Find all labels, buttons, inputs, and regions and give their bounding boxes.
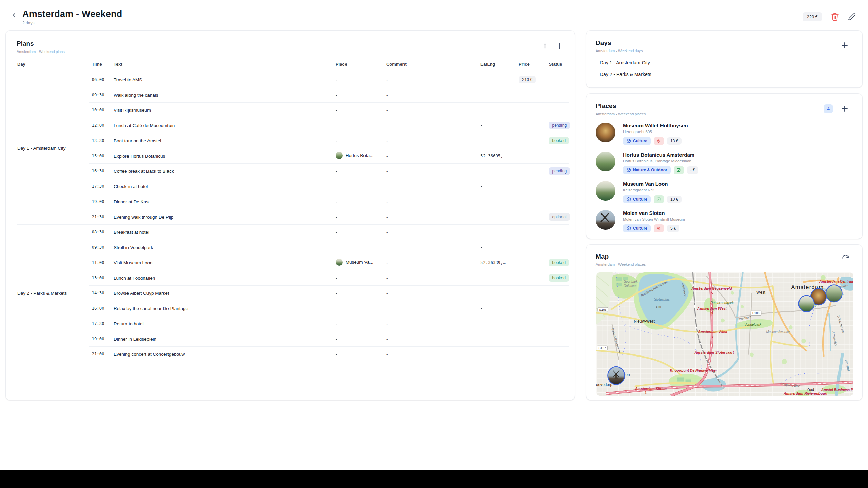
plan-row[interactable]: 16:00Relax by the canal near De Plantage… [17, 301, 569, 316]
visited-check-badge[interactable] [654, 195, 664, 203]
day-item-2[interactable]: Day 2 - Parks & Markets [596, 68, 853, 80]
plan-text: Lunch at Foodhallen [111, 270, 333, 286]
plan-status [546, 225, 569, 240]
category-badge[interactable]: Culture [623, 195, 651, 203]
plan-row[interactable]: 16:30Coffee break at Back to Black---pen… [17, 164, 569, 179]
place-item[interactable]: Hortus Botanicus AmsterdamHortus Botanic… [596, 152, 853, 174]
plan-row[interactable]: 21:00Evening concert at Concertgebouw--- [17, 347, 569, 362]
plans-table: Day Time Text Place Comment LatLng Price… [17, 62, 569, 362]
category-badge[interactable]: Culture [623, 137, 651, 145]
refresh-map-button[interactable] [842, 255, 849, 262]
plans-subtitle: Amsterdam - Weekend plans [17, 49, 65, 54]
plan-comment: - [383, 301, 478, 316]
plan-row[interactable]: 15:00Explore Hortus BotanicusHortus Bota… [17, 148, 569, 164]
col-price: Price [516, 62, 546, 72]
location-pin-icon [656, 226, 661, 231]
category-badge[interactable]: Nature & Outdoor [623, 166, 671, 174]
day-group-label: Day 1 - Amsterdam City [17, 72, 89, 225]
map-label: Rembrandtpark [710, 301, 734, 305]
category-cube-icon [626, 168, 631, 172]
plan-text: Browse Albert Cuyp Market [111, 286, 333, 301]
plan-latlng: - [478, 103, 516, 118]
page-title: Amsterdam - Weekend [22, 9, 122, 19]
visited-check-badge[interactable] [674, 166, 684, 174]
place-body: Museum Willet-HolthuysenHerengracht 605C… [623, 123, 688, 145]
plan-row[interactable]: Day 2 - Parks & Markets08:30Breakfast at… [17, 225, 569, 240]
plans-title: Plans [17, 40, 65, 47]
plan-text: Breakfast at hotel [111, 225, 333, 240]
plans-panel: Plans Amsterdam - Weekend plans [5, 30, 575, 400]
location-pin-badge[interactable] [654, 137, 664, 145]
category-badge[interactable]: Culture [623, 224, 651, 232]
plan-row[interactable]: 21:30Evening walk through De Pijp---opti… [17, 209, 569, 225]
plus-icon [841, 41, 849, 49]
plan-row[interactable]: 09:30Stroll in Vondelpark--- [17, 240, 569, 255]
place-price-badge: 13 € [667, 137, 682, 145]
plan-row[interactable]: Day 1 - Amsterdam City06:00Travel to AMS… [17, 72, 569, 87]
category-cube-icon [626, 139, 631, 143]
plan-row[interactable]: 13:00Lunch at Foodhallen---booked [17, 270, 569, 286]
plan-row[interactable]: 13:30Boat tour on the Amstel---booked [17, 133, 569, 148]
plan-latlng: - [478, 225, 516, 240]
map-label: 5 m [656, 305, 661, 308]
plan-status [546, 194, 569, 209]
plan-time: 13:00 [89, 270, 111, 286]
plan-row[interactable]: 14:30Browse Albert Cuyp Market--- [17, 286, 569, 301]
plan-latlng: - [478, 270, 516, 286]
plan-place: - [333, 331, 383, 347]
back-button[interactable] [10, 12, 18, 19]
place-item[interactable]: Museum Van LoonKeizersgracht 672Culture1… [596, 181, 853, 203]
plan-status [546, 316, 569, 331]
place-title: Hortus Botanicus Amsterdam [623, 152, 698, 158]
road-shield: S106 [598, 307, 608, 312]
plan-latlng: - [478, 209, 516, 225]
map-label: Ookmeer [624, 284, 637, 288]
plan-place: Hortus Bota... [333, 148, 383, 164]
map-label: 5 [711, 291, 713, 295]
map-label: Amsterdam-Sloten [635, 387, 667, 391]
add-plan-button[interactable] [556, 42, 564, 50]
delete-trip-button[interactable] [831, 13, 839, 21]
plan-status [546, 331, 569, 347]
plan-row[interactable]: 19:00Dinner in Leidseplein--- [17, 331, 569, 347]
plans-menu-button[interactable] [541, 43, 548, 49]
plan-comment: - [383, 164, 478, 179]
place-badges: Nature & Outdoor- € [623, 166, 698, 174]
plan-row[interactable]: 09:30Walk along the canals--- [17, 87, 569, 103]
add-day-button[interactable] [841, 41, 849, 49]
plan-row[interactable]: 11:00Visit Museum LoonMuseum Va...-52.36… [17, 255, 569, 270]
plan-status [546, 240, 569, 255]
place-body: Molen van SlotenMolen van Sloten Windmil… [623, 210, 685, 232]
plan-text: Explore Hortus Botanicus [111, 148, 333, 164]
edit-trip-button[interactable] [848, 13, 856, 21]
map-marker-vanloon[interactable] [799, 296, 814, 312]
col-status: Status [546, 62, 569, 72]
location-pin-badge[interactable] [654, 224, 664, 232]
add-place-button[interactable] [841, 105, 849, 113]
status-badge: optional [549, 213, 570, 221]
map-marker-hortus[interactable] [826, 285, 842, 302]
map-canvas[interactable]: S106S106S107 AmsterdamAmsterdam Centraal… [596, 272, 853, 396]
page-subtitle: 2 days [22, 21, 122, 25]
plan-time: 17:30 [89, 179, 111, 194]
plan-row[interactable]: 19:00Dinner at De Kas--- [17, 194, 569, 209]
plan-row[interactable]: 17:30Return to hotel--- [17, 316, 569, 331]
col-time: Time [89, 62, 111, 72]
plan-latlng: - [478, 179, 516, 194]
plan-comment: - [383, 103, 478, 118]
place-item[interactable]: Molen van SlotenMolen van Sloten Windmil… [596, 210, 853, 232]
plan-status: optional [546, 209, 569, 225]
plan-row[interactable]: 12:00Lunch at Café de Museumtuin---pendi… [17, 118, 569, 133]
plan-place: - [333, 179, 383, 194]
place-item[interactable]: Museum Willet-HolthuysenHerengracht 605C… [596, 123, 853, 145]
plan-time: 11:00 [89, 255, 111, 270]
plan-row[interactable]: 17:30Check-in at hotel--- [17, 179, 569, 194]
hortus-thumbnail [336, 152, 343, 159]
plan-latlng: 52.36695,… [478, 148, 516, 164]
map-marker-molen[interactable] [608, 367, 625, 385]
plan-row[interactable]: 10:00Visit Rijksmuseum--- [17, 103, 569, 118]
day-item-1[interactable]: Day 1 - Amsterdam City [596, 57, 853, 68]
road-shield: S107 [597, 346, 608, 350]
svg-text:S106: S106 [752, 311, 760, 315]
vanloon-thumbnail [336, 259, 343, 266]
